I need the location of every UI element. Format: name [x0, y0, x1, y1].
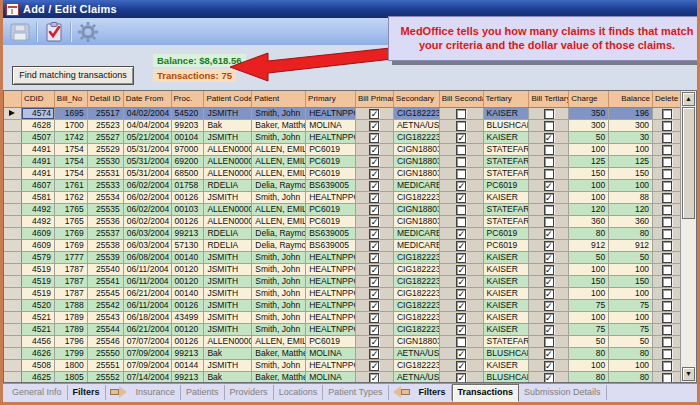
delete-checkbox[interactable] [662, 241, 672, 251]
scroll-down-button[interactable]: ▼ [682, 367, 695, 381]
tab-patient-types[interactable]: Patient Types [323, 385, 388, 400]
bill-secondary-checkbox[interactable] [456, 337, 466, 347]
record-selector-cell[interactable] [4, 276, 22, 287]
bill-tertiary-checkbox[interactable] [544, 337, 554, 347]
verify-claims-button[interactable] [41, 20, 67, 44]
bill-tertiary-checkbox[interactable] [544, 145, 554, 155]
record-selector-cell[interactable] [4, 120, 22, 131]
bill-primary-checkbox[interactable]: ✓ [369, 373, 379, 383]
tab-patients[interactable]: Patients [181, 385, 225, 400]
bill-tertiary-checkbox[interactable]: ✓ [544, 277, 554, 287]
bill-primary-checkbox[interactable]: ✓ [369, 313, 379, 323]
scroll-up-button[interactable]: ▲ [682, 92, 695, 106]
column-header-charge[interactable]: Charge [569, 91, 609, 107]
bill-secondary-checkbox[interactable]: ✓ [456, 301, 466, 311]
bill-secondary-checkbox[interactable]: ✓ [456, 373, 466, 383]
bill-tertiary-checkbox[interactable]: ✓ [544, 361, 554, 371]
column-header-bill-secondary[interactable]: Bill Secondary [440, 91, 484, 107]
column-header-bill-no[interactable]: Bill_No [55, 91, 88, 107]
delete-checkbox[interactable] [662, 349, 672, 359]
record-selector-cell[interactable] [4, 216, 22, 227]
column-header-bill-primary[interactable]: Bill Primary [356, 91, 394, 107]
bill-primary-checkbox[interactable]: ✓ [369, 145, 379, 155]
tab-insurance[interactable]: Insurance [131, 385, 182, 400]
record-selector-cell[interactable] [4, 252, 22, 263]
bill-tertiary-checkbox[interactable] [544, 205, 554, 215]
table-row[interactable]: 452017882554206/11/200400126JSMITHSmith,… [4, 300, 681, 312]
bill-primary-checkbox[interactable]: ✓ [369, 157, 379, 167]
bill-tertiary-checkbox[interactable]: ✓ [544, 253, 554, 263]
bill-primary-checkbox[interactable]: ✓ [369, 121, 379, 131]
record-selector-cell[interactable] [4, 264, 22, 275]
bill-primary-checkbox[interactable]: ✓ [369, 181, 379, 191]
tab-transactions[interactable]: Transactions [452, 384, 520, 402]
bill-secondary-checkbox[interactable]: ✓ [456, 253, 466, 263]
bill-secondary-checkbox[interactable]: ✓ [456, 181, 466, 191]
column-header-primary[interactable]: Primary [306, 91, 356, 107]
tab-filters[interactable]: Filters [414, 385, 452, 400]
bill-primary-checkbox[interactable]: ✓ [369, 229, 379, 239]
bill-secondary-checkbox[interactable] [456, 145, 466, 155]
bill-tertiary-checkbox[interactable]: ✓ [544, 133, 554, 143]
bill-primary-checkbox[interactable]: ✓ [369, 169, 379, 179]
bill-tertiary-checkbox[interactable] [544, 109, 554, 119]
delete-checkbox[interactable] [662, 361, 672, 371]
column-header-detail-id[interactable]: Detail ID [88, 91, 124, 107]
record-selector-cell[interactable] [4, 288, 22, 299]
bill-secondary-checkbox[interactable]: ✓ [456, 241, 466, 251]
table-row[interactable]: 460717612553306/02/200401758RDELIADelia,… [4, 180, 681, 192]
bill-primary-checkbox[interactable]: ✓ [369, 241, 379, 251]
record-selector-cell[interactable] [4, 156, 22, 167]
delete-checkbox[interactable] [662, 133, 672, 143]
delete-checkbox[interactable] [662, 121, 672, 131]
table-row[interactable]: 449117542552905/31/200497000ALLEN0000ALL… [4, 144, 681, 156]
table-row[interactable]: 449217652553606/02/200400126ALLEN0000ALL… [4, 216, 681, 228]
bill-secondary-checkbox[interactable] [456, 217, 466, 227]
table-row[interactable]: 462617992555007/09/200499213BakBaker, Ma… [4, 348, 681, 360]
record-selector-cell[interactable] [4, 192, 22, 203]
delete-checkbox[interactable] [662, 253, 672, 263]
bill-secondary-checkbox[interactable] [456, 121, 466, 131]
column-header-delete[interactable]: Delete [653, 91, 681, 107]
delete-checkbox[interactable] [662, 193, 672, 203]
record-selector-cell[interactable] [4, 372, 22, 382]
record-selector-cell[interactable] [4, 240, 22, 251]
bill-secondary-checkbox[interactable]: ✓ [456, 229, 466, 239]
scrollbar-thumb[interactable] [682, 107, 695, 219]
record-selector-cell[interactable] [4, 324, 22, 335]
bill-primary-checkbox[interactable]: ✓ [369, 265, 379, 275]
delete-checkbox[interactable] [662, 229, 672, 239]
tab-submission-details[interactable]: Submission Details [519, 385, 607, 400]
table-row[interactable]: 460917692553706/03/200499213RDELIADelia,… [4, 228, 681, 240]
delete-checkbox[interactable] [662, 205, 672, 215]
bill-tertiary-checkbox[interactable]: ✓ [544, 289, 554, 299]
table-row[interactable]: 452117892554306/18/200443499JSMITHSmith,… [4, 312, 681, 324]
delete-checkbox[interactable] [662, 145, 672, 155]
bill-tertiary-checkbox[interactable]: ✓ [544, 181, 554, 191]
tab-providers[interactable]: Providers [225, 385, 274, 400]
tab-scroll-left-arrow-icon[interactable] [393, 386, 410, 398]
bill-primary-checkbox[interactable]: ✓ [369, 133, 379, 143]
bill-tertiary-checkbox[interactable] [544, 169, 554, 179]
record-selector-cell[interactable] [4, 360, 22, 371]
bill-tertiary-checkbox[interactable]: ✓ [544, 229, 554, 239]
bill-secondary-checkbox[interactable]: ✓ [456, 313, 466, 323]
table-row[interactable]: 450717422552705/21/200400104JSMITHSmith,… [4, 132, 681, 144]
record-selector-cell[interactable] [4, 228, 22, 239]
delete-checkbox[interactable] [662, 301, 672, 311]
delete-checkbox[interactable] [662, 373, 672, 383]
bill-primary-checkbox[interactable]: ✓ [369, 349, 379, 359]
record-selector-cell[interactable] [4, 108, 22, 119]
bill-tertiary-checkbox[interactable]: ✓ [544, 241, 554, 251]
column-header-proc[interactable]: Proc. [172, 91, 205, 107]
column-header-bill-tertiary[interactable]: Bill Tertiary [529, 91, 569, 107]
find-matching-transactions-button[interactable]: Find matching transactions [12, 66, 134, 85]
bill-primary-checkbox[interactable]: ✓ [369, 289, 379, 299]
table-row[interactable]: 451917872554006/11/200400120JSMITHSmith,… [4, 264, 681, 276]
delete-checkbox[interactable] [662, 109, 672, 119]
record-selector-cell[interactable] [4, 168, 22, 179]
bill-secondary-checkbox[interactable]: ✓ [456, 289, 466, 299]
bill-tertiary-checkbox[interactable] [544, 121, 554, 131]
record-selector-cell[interactable] [4, 312, 22, 323]
column-header-secondary[interactable]: Secondary [394, 91, 440, 107]
